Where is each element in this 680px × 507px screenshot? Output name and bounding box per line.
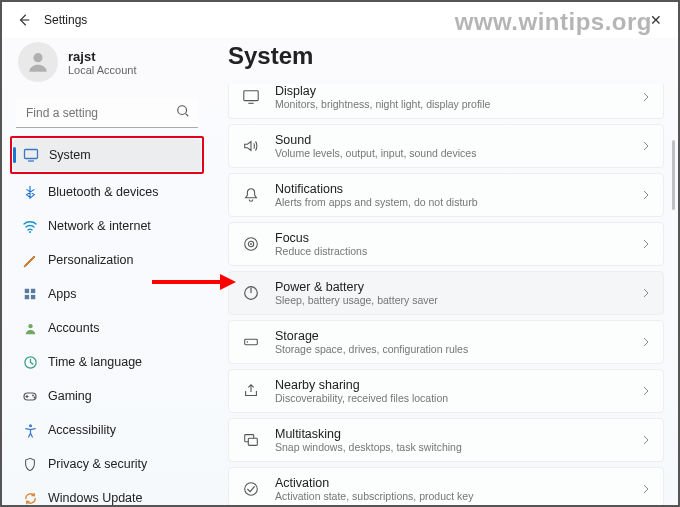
multitasking-icon: [241, 430, 261, 450]
app-title: Settings: [44, 13, 87, 27]
sidebar: rajst Local Account System Bluetooth & d…: [2, 38, 208, 505]
scrollbar-thumb[interactable]: [672, 140, 675, 210]
system-icon: [23, 147, 39, 163]
card-subtitle: Discoverability, received files location: [275, 392, 641, 404]
svg-rect-5: [31, 289, 35, 293]
sidebar-item-apps[interactable]: Apps: [12, 278, 202, 310]
card-activation[interactable]: ActivationActivation state, subscription…: [228, 467, 664, 505]
sidebar-item-accounts[interactable]: Accounts: [12, 312, 202, 344]
card-power-battery[interactable]: Power & batterySleep, battery usage, bat…: [228, 271, 664, 315]
scrollbar[interactable]: [671, 40, 675, 499]
card-subtitle: Sleep, battery usage, battery saver: [275, 294, 641, 306]
svg-point-11: [32, 395, 34, 397]
sidebar-item-time-language[interactable]: Time & language: [12, 346, 202, 378]
bluetooth-icon: [22, 184, 38, 200]
sidebar-item-privacy[interactable]: Privacy & security: [12, 448, 202, 480]
chevron-right-icon: [641, 435, 651, 445]
sidebar-item-label: Gaming: [48, 389, 92, 403]
sidebar-item-system[interactable]: System: [13, 139, 201, 171]
accessibility-icon: [22, 422, 38, 438]
user-account-block[interactable]: rajst Local Account: [12, 38, 202, 94]
sidebar-item-personalization[interactable]: Personalization: [12, 244, 202, 276]
card-notifications[interactable]: NotificationsAlerts from apps and system…: [228, 173, 664, 217]
sidebar-item-label: System: [49, 148, 91, 162]
power-icon: [241, 283, 261, 303]
sidebar-item-accessibility[interactable]: Accessibility: [12, 414, 202, 446]
search-box[interactable]: [16, 98, 198, 128]
sidebar-item-gaming[interactable]: Gaming: [12, 380, 202, 412]
main-content: System DisplayMonitors, brightness, nigh…: [208, 38, 678, 505]
chevron-right-icon: [641, 141, 651, 151]
page-title: System: [228, 42, 664, 70]
network-icon: [22, 218, 38, 234]
card-subtitle: Monitors, brightness, night light, displ…: [275, 98, 641, 110]
sidebar-item-label: Personalization: [48, 253, 133, 267]
svg-rect-22: [248, 438, 257, 445]
update-icon: [22, 490, 38, 506]
sidebar-item-bluetooth[interactable]: Bluetooth & devices: [12, 176, 202, 208]
card-title: Multitasking: [275, 427, 641, 441]
focus-icon: [241, 234, 261, 254]
sidebar-item-windows-update[interactable]: Windows Update: [12, 482, 202, 507]
card-multitasking[interactable]: MultitaskingSnap windows, desktops, task…: [228, 418, 664, 462]
card-title: Power & battery: [275, 280, 641, 294]
svg-rect-4: [25, 289, 29, 293]
chevron-right-icon: [641, 484, 651, 494]
title-bar: Settings ✕: [2, 2, 678, 38]
sidebar-item-label: Apps: [48, 287, 77, 301]
user-name: rajst: [68, 49, 137, 64]
svg-rect-6: [25, 295, 29, 299]
accounts-icon: [22, 320, 38, 336]
close-button[interactable]: ✕: [642, 8, 670, 32]
svg-point-12: [34, 397, 36, 399]
sidebar-item-label: Time & language: [48, 355, 142, 369]
search-icon: [176, 104, 190, 118]
card-title: Activation: [275, 476, 641, 490]
storage-icon: [241, 332, 261, 352]
sidebar-item-network[interactable]: Network & internet: [12, 210, 202, 242]
card-sound[interactable]: SoundVolume levels, output, input, sound…: [228, 124, 664, 168]
card-subtitle: Alerts from apps and system, do not dist…: [275, 196, 641, 208]
svg-point-0: [33, 53, 42, 62]
annotation-highlight-system: System: [10, 136, 204, 174]
chevron-right-icon: [641, 288, 651, 298]
share-icon: [241, 381, 261, 401]
person-icon: [25, 49, 51, 75]
sidebar-nav: System Bluetooth & devices Network & int…: [12, 136, 202, 507]
svg-point-8: [28, 324, 32, 328]
sidebar-item-label: Accessibility: [48, 423, 116, 437]
svg-point-3: [29, 231, 31, 233]
card-subtitle: Reduce distractions: [275, 245, 641, 257]
chevron-right-icon: [641, 386, 651, 396]
sound-icon: [241, 136, 261, 156]
svg-point-23: [245, 483, 258, 496]
card-subtitle: Volume levels, output, input, sound devi…: [275, 147, 641, 159]
card-title: Notifications: [275, 182, 641, 196]
search-input[interactable]: [16, 98, 198, 128]
sidebar-item-label: Privacy & security: [48, 457, 147, 471]
sidebar-item-label: Accounts: [48, 321, 99, 335]
card-title: Display: [275, 84, 641, 98]
card-title: Sound: [275, 133, 641, 147]
display-icon: [241, 87, 261, 107]
card-subtitle: Storage space, drives, configuration rul…: [275, 343, 641, 355]
card-subtitle: Activation state, subscriptions, product…: [275, 490, 641, 502]
personalization-icon: [22, 252, 38, 268]
card-subtitle: Snap windows, desktops, task switching: [275, 441, 641, 453]
card-storage[interactable]: StorageStorage space, drives, configurat…: [228, 320, 664, 364]
time-language-icon: [22, 354, 38, 370]
back-button[interactable]: [10, 6, 38, 34]
gaming-icon: [22, 388, 38, 404]
svg-rect-7: [31, 295, 35, 299]
card-focus[interactable]: FocusReduce distractions: [228, 222, 664, 266]
chevron-right-icon: [641, 239, 651, 249]
svg-rect-19: [245, 339, 258, 344]
user-account-type: Local Account: [68, 64, 137, 76]
card-title: Storage: [275, 329, 641, 343]
sidebar-item-label: Bluetooth & devices: [48, 185, 159, 199]
back-arrow-icon: [17, 13, 31, 27]
card-display[interactable]: DisplayMonitors, brightness, night light…: [228, 84, 664, 119]
chevron-right-icon: [641, 337, 651, 347]
svg-point-1: [178, 106, 187, 115]
card-nearby-sharing[interactable]: Nearby sharingDiscoverability, received …: [228, 369, 664, 413]
